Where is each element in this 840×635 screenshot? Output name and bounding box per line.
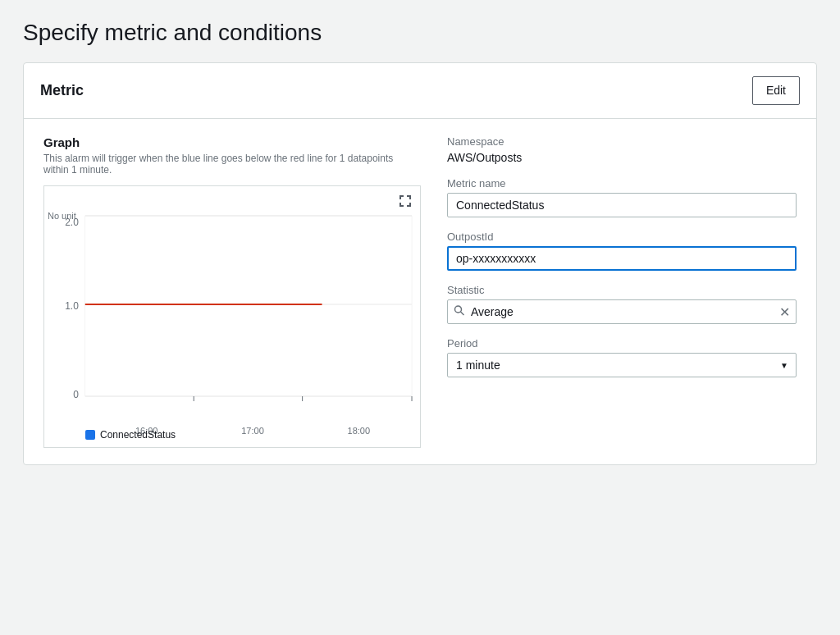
legend-dot xyxy=(85,430,95,440)
expand-icon[interactable] xyxy=(397,193,413,209)
period-select[interactable]: 1 minute 5 minutes 10 minutes 30 minutes… xyxy=(447,353,797,377)
statistic-search-icon xyxy=(454,305,465,319)
card-body: Graph This alarm will trigger when the b… xyxy=(24,119,816,464)
metric-name-input[interactable] xyxy=(447,193,797,217)
page-container: Specify metric and conditions Metric Edi… xyxy=(0,0,840,635)
metric-name-group: Metric name xyxy=(447,177,797,217)
namespace-group: Namespace AWS/Outposts xyxy=(447,135,797,164)
graph-legend: ConnectedStatus xyxy=(85,429,176,441)
x-label-2: 17:00 xyxy=(241,426,264,436)
metric-card: Metric Edit Graph This alarm will trigge… xyxy=(23,62,817,465)
graph-svg: 2.0 1.0 0 xyxy=(44,209,420,406)
graph-label: Graph xyxy=(43,135,421,149)
card-header: Metric Edit xyxy=(24,63,816,119)
page-title: Specify metric and conditions xyxy=(23,20,817,46)
outpost-id-group: OutpostId xyxy=(447,231,797,271)
statistic-select-wrapper: ✕ xyxy=(447,299,797,324)
form-fields: Namespace AWS/Outposts Metric name Outpo… xyxy=(447,135,797,448)
svg-text:0: 0 xyxy=(73,389,79,400)
period-group: Period 1 minute 5 minutes 10 minutes 30 … xyxy=(447,337,797,377)
statistic-group: Statistic ✕ xyxy=(447,284,797,324)
statistic-label: Statistic xyxy=(447,284,797,296)
statistic-clear-icon[interactable]: ✕ xyxy=(779,304,790,320)
svg-text:1.0: 1.0 xyxy=(65,300,79,312)
outpost-id-input[interactable] xyxy=(447,246,797,271)
period-label: Period xyxy=(447,337,797,349)
svg-text:2.0: 2.0 xyxy=(65,217,79,228)
outpost-id-label: OutpostId xyxy=(447,231,797,243)
statistic-input[interactable] xyxy=(447,299,797,324)
graph-section: Graph This alarm will trigger when the b… xyxy=(43,135,797,448)
metric-name-label: Metric name xyxy=(447,177,797,190)
svg-line-12 xyxy=(461,312,464,315)
graph-left: Graph This alarm will trigger when the b… xyxy=(43,135,421,448)
svg-point-11 xyxy=(455,306,462,313)
namespace-value: AWS/Outposts xyxy=(447,151,522,164)
graph-description: This alarm will trigger when the blue li… xyxy=(43,153,421,176)
graph-wrapper: No unit 2.0 1.0 0 xyxy=(43,185,421,448)
period-select-wrapper: 1 minute 5 minutes 10 minutes 30 minutes… xyxy=(447,353,797,377)
svg-rect-3 xyxy=(85,216,412,396)
legend-label: ConnectedStatus xyxy=(100,429,176,441)
x-label-3: 18:00 xyxy=(348,426,371,436)
edit-button[interactable]: Edit xyxy=(752,76,800,105)
card-title: Metric xyxy=(40,82,84,99)
namespace-label: Namespace xyxy=(447,135,797,148)
